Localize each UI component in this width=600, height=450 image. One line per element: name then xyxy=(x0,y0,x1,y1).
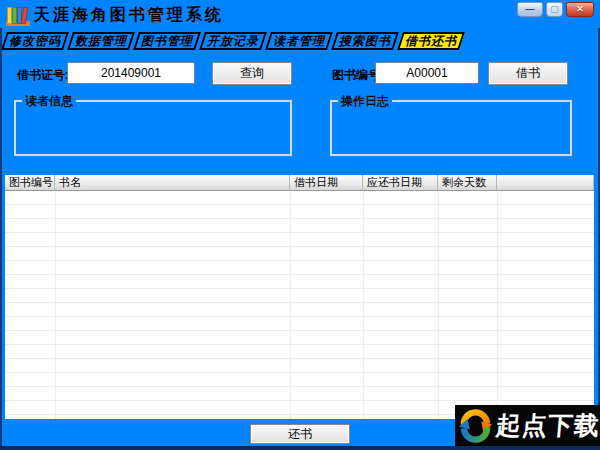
title-bar: 天涯海角图书管理系统 — ▢ ✕ xyxy=(0,0,600,30)
column-divider xyxy=(363,191,364,419)
query-button[interactable]: 查询 xyxy=(212,62,292,85)
borrowed-books-table: 图书编号 书名 借书日期 应还书日期 剩余天数 xyxy=(5,175,594,419)
operation-log-group-title: 操作日志 xyxy=(338,93,392,110)
tab-open-records[interactable]: 开放记录 xyxy=(199,32,267,50)
tab-label: 借书还书 xyxy=(402,34,460,48)
col-book-title[interactable]: 书名 xyxy=(55,175,290,190)
table-body xyxy=(5,191,594,419)
window-controls: — ▢ ✕ xyxy=(517,2,594,17)
tab-borrow-return[interactable]: 借书还书 xyxy=(397,32,465,50)
col-borrow-date[interactable]: 借书日期 xyxy=(290,175,363,190)
return-book-button[interactable]: 还书 xyxy=(250,424,350,444)
watermark-text: 起点下载 xyxy=(495,409,600,442)
column-divider xyxy=(438,191,439,419)
borrow-button[interactable]: 借书 xyxy=(488,62,568,85)
col-empty[interactable] xyxy=(497,175,594,190)
column-divider xyxy=(290,191,291,419)
books-icon xyxy=(6,3,30,27)
tab-data-management[interactable]: 数据管理 xyxy=(67,32,135,50)
tab-label: 读者管理 xyxy=(270,34,328,48)
operation-log-groupbox: 操作日志 xyxy=(330,100,572,156)
card-number-label: 借书证号: xyxy=(17,67,69,84)
col-book-id[interactable]: 图书编号 xyxy=(5,175,55,190)
tab-change-password[interactable]: 修改密码 xyxy=(1,32,69,50)
book-number-input[interactable] xyxy=(375,62,479,84)
reader-info-group-title: 读者信息 xyxy=(22,93,76,110)
close-icon: ✕ xyxy=(576,5,584,14)
window-title: 天涯海角图书管理系统 xyxy=(34,5,224,26)
tab-label: 图书管理 xyxy=(138,34,196,48)
maximize-button[interactable]: ▢ xyxy=(546,2,563,17)
tab-label: 修改密码 xyxy=(6,34,64,48)
card-number-input[interactable] xyxy=(67,62,195,84)
close-button[interactable]: ✕ xyxy=(566,2,594,17)
col-days-left[interactable]: 剩余天数 xyxy=(438,175,497,190)
table-header: 图书编号 书名 借书日期 应还书日期 剩余天数 xyxy=(5,175,594,191)
reader-info-groupbox: 读者信息 xyxy=(14,100,292,156)
column-divider xyxy=(497,191,498,419)
column-divider xyxy=(55,191,56,419)
refresh-arrows-icon xyxy=(458,407,493,444)
tab-label: 数据管理 xyxy=(72,34,130,48)
col-due-date[interactable]: 应还书日期 xyxy=(363,175,438,190)
tab-search-books[interactable]: 搜索图书 xyxy=(331,32,399,50)
window-border-left xyxy=(0,28,2,450)
tab-reader-management[interactable]: 读者管理 xyxy=(265,32,333,50)
tab-label: 搜索图书 xyxy=(336,34,394,48)
app-window: 天涯海角图书管理系统 — ▢ ✕ 修改密码 数据管理 图书管理 开放记录 读者管… xyxy=(0,0,600,450)
download-watermark: 起点下载 xyxy=(455,405,600,446)
minimize-button[interactable]: — xyxy=(517,2,543,17)
maximize-icon: ▢ xyxy=(550,5,559,14)
tab-book-management[interactable]: 图书管理 xyxy=(133,32,201,50)
tab-label: 开放记录 xyxy=(204,34,262,48)
minimize-icon: — xyxy=(526,5,535,14)
window-border-bottom xyxy=(0,446,600,450)
